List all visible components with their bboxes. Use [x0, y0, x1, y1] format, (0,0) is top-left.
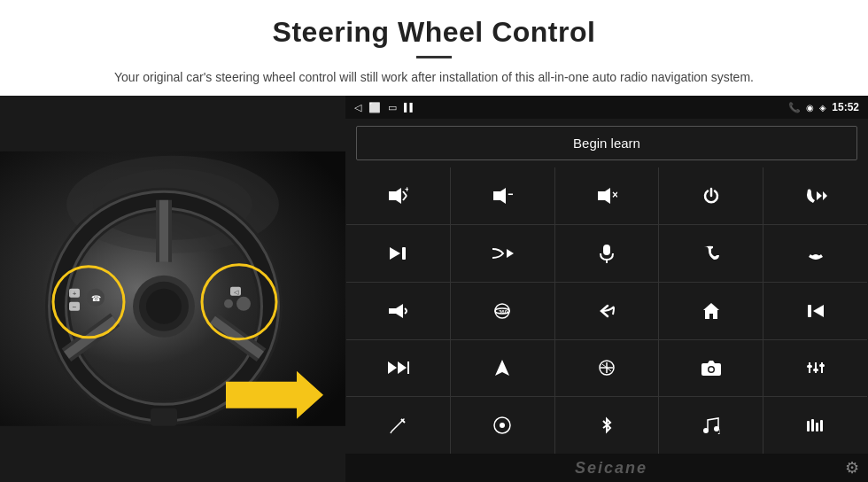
status-bar-left: ◁ ⬜ ▭ ▌▌	[354, 102, 415, 113]
bluetooth-button[interactable]	[555, 397, 659, 454]
vol-down-button[interactable]: −	[451, 167, 554, 224]
bottom-bar: Seicane ⚙	[345, 454, 868, 482]
svg-point-25	[236, 297, 251, 311]
header-section: Steering Wheel Control Your original car…	[0, 0, 868, 96]
svg-text:+: +	[73, 290, 77, 298]
phone-status-icon: 📞	[788, 102, 801, 113]
content-section: + − ☎ ◁	[0, 96, 868, 482]
svg-text:×: ×	[612, 189, 617, 201]
svg-rect-64	[807, 365, 812, 368]
svg-rect-40	[402, 247, 406, 260]
control-grid: + − ×	[346, 167, 867, 454]
page-title: Steering Wheel Control	[35, 16, 833, 49]
svg-rect-74	[811, 419, 814, 431]
right-panel: ◁ ⬜ ▭ ▌▌ 📞 ◉ ◈ 15:52 Begin learn	[345, 96, 868, 482]
dot-circle-button[interactable]	[451, 397, 554, 454]
svg-text:360: 360	[499, 309, 508, 315]
page-container: Steering Wheel Control Your original car…	[0, 0, 868, 482]
svg-point-14	[146, 289, 182, 324]
360-button[interactable]: 360	[451, 283, 554, 339]
phone-hangup-button[interactable]	[763, 225, 867, 282]
brand-text: Seicane	[377, 459, 845, 478]
back-nav-icon[interactable]: ◁	[354, 102, 361, 113]
svg-marker-41	[507, 249, 514, 258]
begin-learn-row: Begin learn	[345, 119, 868, 167]
skip-next-button[interactable]	[346, 225, 450, 282]
music-button[interactable]: ♩	[659, 397, 763, 454]
svg-text:+: +	[405, 187, 408, 194]
svg-marker-39	[390, 247, 400, 260]
svg-marker-33	[493, 188, 506, 204]
svg-marker-35	[598, 188, 610, 204]
svg-rect-75	[816, 423, 818, 431]
svg-text:♩: ♩	[717, 428, 721, 435]
svg-point-60	[709, 368, 713, 372]
subtitle-text: Your original car's steering wheel contr…	[89, 67, 779, 87]
back-arrow-button[interactable]	[555, 283, 659, 339]
title-divider	[416, 56, 452, 58]
svg-text:−: −	[508, 187, 513, 201]
svg-rect-53	[407, 362, 409, 374]
svg-point-70	[703, 428, 709, 433]
svg-rect-76	[820, 420, 823, 431]
svg-marker-37	[817, 191, 822, 200]
svg-rect-73	[807, 421, 810, 431]
vol-mute-button[interactable]: ×	[555, 167, 659, 224]
svg-rect-42	[603, 245, 610, 255]
power-button[interactable]	[659, 167, 763, 224]
svg-marker-52	[398, 362, 407, 374]
phone-prev-button[interactable]	[763, 167, 867, 224]
home-nav-icon[interactable]: ⬜	[368, 102, 381, 113]
svg-line-67	[391, 431, 391, 433]
svg-point-69	[500, 423, 505, 428]
recents-nav-icon[interactable]: ▭	[388, 102, 397, 113]
svg-point-26	[224, 299, 233, 308]
status-bar-right: 📞 ◉ ◈ 15:52	[788, 101, 859, 113]
pen-button[interactable]	[346, 397, 450, 454]
svg-marker-51	[388, 362, 397, 374]
camera-button[interactable]	[659, 340, 763, 397]
wifi-icon: ◈	[819, 103, 826, 113]
nav-button[interactable]	[451, 340, 554, 397]
svg-marker-50	[813, 305, 824, 317]
settings-gear-icon[interactable]: ⚙	[845, 458, 859, 478]
svg-rect-28	[151, 408, 177, 426]
signal-icon: ▌▌	[404, 103, 415, 112]
svg-line-31	[403, 196, 407, 200]
steering-wheel-image: + − ☎ ◁	[0, 96, 345, 482]
svg-text:☎: ☎	[91, 294, 101, 303]
svg-rect-66	[819, 364, 825, 367]
svg-marker-38	[823, 191, 827, 200]
mic-button[interactable]	[555, 225, 659, 282]
eq-button[interactable]	[555, 340, 659, 397]
vol-up-button[interactable]: +	[346, 167, 450, 224]
equalizer-bars-button[interactable]	[763, 397, 867, 454]
svg-text:−: −	[73, 303, 77, 311]
fast-fwd2-button[interactable]	[346, 340, 450, 397]
location-icon: ◉	[806, 103, 814, 113]
svg-rect-49	[808, 305, 811, 317]
shuffle-fwd-button[interactable]	[451, 225, 554, 282]
home-button[interactable]	[659, 283, 763, 339]
sliders-button[interactable]	[763, 340, 867, 397]
svg-marker-29	[389, 188, 401, 204]
horn-button[interactable]	[346, 283, 450, 339]
svg-marker-48	[703, 303, 719, 319]
status-time: 15:52	[832, 101, 859, 113]
begin-learn-button[interactable]: Begin learn	[356, 126, 857, 160]
status-bar: ◁ ⬜ ▭ ▌▌ 📞 ◉ ◈ 15:52	[345, 96, 868, 119]
svg-rect-65	[813, 369, 818, 371]
svg-marker-44	[389, 304, 403, 318]
svg-marker-54	[495, 360, 509, 376]
skip-back2-button[interactable]	[763, 283, 867, 339]
phone-answer-button[interactable]	[659, 225, 763, 282]
